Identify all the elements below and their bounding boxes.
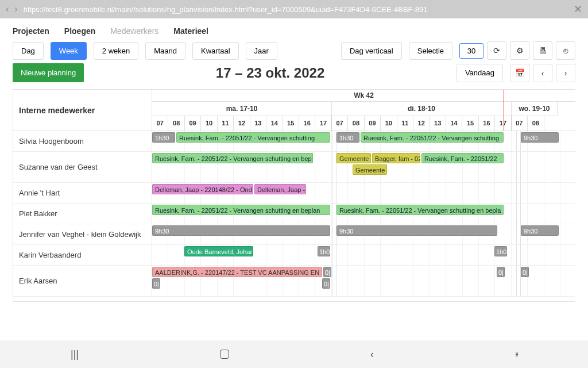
track[interactable]: AALDERINK,G. - 220147/22 - TEST VC AANPA… [152,266,575,296]
schedule-row: Piet BakkerRuesink, Fam. - 22051/22 - Ve… [13,204,575,224]
track[interactable]: Ruesink, Fam. - 22051/22 - Vervangen sch… [152,152,575,182]
range-kwartaal[interactable]: Kwartaal [192,42,239,60]
task-bar[interactable]: Oude Barneveld, Johar [184,246,253,256]
task-bar[interactable]: Gemeente [336,153,371,163]
hour-cell: 08 [528,116,544,131]
task-bar[interactable]: Ruesink, Fam. - 22051/22 - Vervangen sch… [176,132,330,143]
hour-cell: 12 [413,116,430,131]
hour-cell: 08 [168,116,184,131]
task-bar[interactable]: Ruesink, Fam. - 22051/22 - Vervangen sch… [152,205,330,215]
hour-cell: 15 [462,116,478,131]
task-bar[interactable]: 0| [497,267,505,277]
task-bar[interactable]: Ruesink, Fam. - 22051/22 [421,153,504,163]
task-bar[interactable]: Ruesink, Fam. - 22051/22 - Vervangen sch… [361,132,504,143]
task-bar[interactable]: 1h0 [318,246,330,256]
hour-cell: 07 [152,116,168,131]
browser-bar: ‹ › https://test8.groenmobile.nl/main//s… [0,0,588,18]
recent-apps-icon[interactable]: ||| [71,348,79,361]
forward-icon[interactable]: › [14,4,17,14]
task-bar[interactable]: 9h30 [521,225,559,236]
hour-cell: 12 [234,116,250,131]
task-bar[interactable]: 9h30 [152,225,330,236]
task-bar[interactable]: 1h0 [494,246,507,256]
count-input[interactable] [459,43,483,59]
task-bar[interactable]: Delleman, Jaap - 220148/22 - Ond [152,184,253,194]
calendar-icon[interactable]: 📅 [510,64,529,82]
hour-cell: 11 [397,116,413,131]
person-name: Piet Bakker [13,204,152,224]
keyboard-icon[interactable]: ⁝⁝⁝⁝ [515,351,517,358]
schedule-row: Karin VerbaanderdOude Barneveld, Johar1h… [13,245,575,266]
task-bar[interactable]: Ruesink, Fam. - 22051/22 - Vervangen sch… [336,205,504,215]
task-bar[interactable]: 9h30 [336,225,497,236]
task-bar[interactable]: 9h30 [521,132,559,143]
tab-medewerkers[interactable]: Medewerkers [110,26,158,36]
hour-cell: 14 [446,116,462,131]
prev-icon[interactable]: ‹ [533,64,552,82]
day-header-1: di. 18-10 [332,102,512,116]
schedule-row: Jennifer van Veghel - klein Goldewijk9h3… [13,224,575,245]
url-bar[interactable]: https://test8.groenmobile.nl/main//solut… [24,5,568,14]
track[interactable]: Ruesink, Fam. - 22051/22 - Vervangen sch… [152,204,575,224]
task-bar[interactable]: 0| [322,278,330,289]
person-name: Annie 't Hart [13,183,152,203]
back-device-icon[interactable]: ‹ [370,348,374,361]
hour-cell: 08 [348,116,364,131]
person-name: Erik Aarsen [13,266,152,296]
selectie-button[interactable]: Selectie [409,42,452,60]
export-icon[interactable]: ⎋ [556,41,575,60]
track[interactable]: 1h30Ruesink, Fam. - 22051/22 - Vervangen… [152,131,575,151]
range-jaar[interactable]: Jaar [246,42,277,60]
person-name: Jennifer van Veghel - klein Goldewijk [13,224,152,244]
task-bar[interactable]: Bagger, fam - 02 [372,153,420,163]
home-icon[interactable] [220,350,229,359]
task-bar[interactable]: Delleman, Jaap - [254,184,306,194]
task-bar[interactable]: 1h30 [152,132,175,143]
task-bar[interactable]: Ruesink, Fam. - 22051/22 - Vervangen sch… [152,153,313,163]
main-tabs: Projecten Ploegen Medewerkers Materieel [0,18,588,41]
print-icon[interactable]: 🖶 [533,41,552,60]
gear-icon[interactable]: ⚙ [510,41,529,60]
schedule-row: Annie 't HartDelleman, Jaap - 220148/22 … [13,183,575,204]
hour-cell: 11 [218,116,234,131]
now-marker [504,90,504,131]
hour-cell: 07 [332,116,348,131]
hour-cell: 16 [299,116,315,131]
task-bar[interactable]: 0| [323,267,331,277]
scheduler: Interne medewerker Wk 42 ma. 17-10 di. 1… [13,89,575,302]
track[interactable]: Oude Barneveld, Johar1h01h0 [152,245,575,265]
hour-cell: 10 [381,116,397,131]
tab-ploegen[interactable]: Ploegen [64,26,95,36]
toolbar: Dag Week 2 weken Maand Kwartaal Jaar Dag… [0,41,588,63]
person-name: Suzanne van der Geest [13,152,152,182]
hour-cell: 09 [365,116,381,131]
range-week[interactable]: Week [51,42,87,60]
hour-cell: 14 [266,116,283,131]
track[interactable]: 9h309h309h30 [152,224,575,244]
device-nav-bar: ||| ‹ ⁝⁝⁝⁝ [0,340,588,368]
tab-materieel[interactable]: Materieel [173,26,208,36]
person-name: Karin Verbaanderd [13,245,152,265]
back-icon[interactable]: ‹ [6,4,9,14]
task-bar[interactable]: AALDERINK,G. - 220147/22 - TEST VC AANPA… [152,267,322,277]
task-bar[interactable]: 1h30 [336,132,359,143]
schedule-row: Suzanne van der GeestRuesink, Fam. - 220… [13,152,575,183]
range-2weken[interactable]: 2 weken [94,42,138,60]
refresh-icon[interactable]: ⟳ [487,41,506,60]
next-icon[interactable]: › [556,64,575,82]
hour-cell: 10 [201,116,217,131]
tab-projecten[interactable]: Projecten [13,26,49,36]
range-dag[interactable]: Dag [13,42,44,60]
person-name: Silvia Hoogenboom [13,131,152,151]
task-bar[interactable]: 0| [152,278,160,289]
left-header: Interne medewerker [13,90,152,131]
task-bar[interactable]: 0| [521,267,529,277]
track[interactable]: Delleman, Jaap - 220148/22 - OndDelleman… [152,183,575,203]
range-maand[interactable]: Maand [145,42,185,60]
hour-cell: 13 [430,116,446,131]
task-bar[interactable]: Gemeente [353,164,387,175]
today-button[interactable]: Vandaag [457,64,503,82]
new-planning-button[interactable]: Nieuwe planning [13,63,84,82]
dag-verticaal-button[interactable]: Dag verticaal [341,42,402,60]
close-icon[interactable]: ✕ [574,3,582,16]
